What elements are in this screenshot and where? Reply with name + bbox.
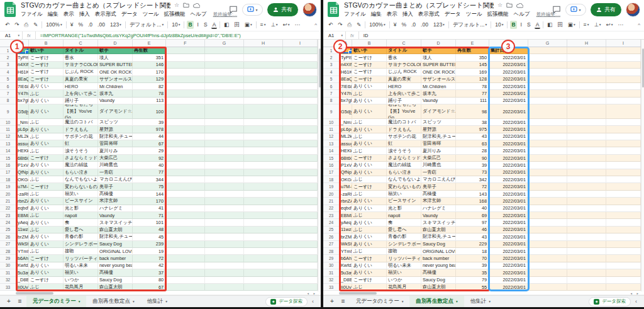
cell[interactable]: 79	[456, 277, 489, 284]
cell[interactable]	[283, 227, 318, 233]
cell[interactable]: こーすけ	[352, 255, 387, 262]
cell[interactable]: 978	[133, 126, 166, 133]
cell[interactable]	[567, 212, 606, 219]
cell[interactable]: HEKkD	[340, 147, 352, 154]
text-color-icon[interactable]: A	[535, 21, 541, 29]
cell[interactable]	[606, 62, 641, 69]
cell[interactable]: 5u3ayg	[16, 269, 29, 276]
cell[interactable]: OKGel	[340, 176, 352, 183]
cell[interactable]	[606, 140, 641, 147]
row-number[interactable]: 3	[323, 62, 340, 69]
cell[interactable]: ふじ	[352, 90, 387, 97]
cell[interactable]: rbnZA	[16, 198, 29, 205]
cell[interactable]: 星野源	[98, 126, 133, 133]
cell[interactable]	[166, 176, 205, 183]
cell[interactable]	[606, 248, 641, 255]
menu-item[interactable]: データ	[445, 11, 461, 18]
cell[interactable]	[166, 212, 205, 219]
cell[interactable]: ありくい	[29, 83, 64, 90]
cell[interactable]	[567, 83, 606, 90]
cell[interactable]	[606, 147, 641, 154]
cell[interactable]: 森山直太朗	[421, 227, 456, 233]
cell[interactable]	[205, 227, 244, 233]
row-number[interactable]: 11	[0, 126, 16, 133]
cell[interactable]	[567, 262, 606, 269]
cell[interactable]	[606, 69, 641, 76]
cell[interactable]: ありくい	[29, 140, 64, 147]
add-sheet-button[interactable]: +	[327, 298, 337, 305]
star-icon[interactable]: ☆	[497, 3, 502, 8]
cell[interactable]	[166, 62, 205, 69]
cell[interactable]: 高橋優	[98, 269, 133, 276]
cell[interactable]: 財津和夫,チューリップ	[98, 133, 133, 140]
row-number[interactable]: 5	[0, 76, 16, 83]
cell[interactable]	[606, 284, 641, 291]
cell[interactable]: Ii0UvY	[16, 284, 29, 291]
cell[interactable]: こーすけ	[352, 54, 387, 61]
cell[interactable]	[283, 62, 318, 69]
cell[interactable]	[166, 284, 205, 291]
cell[interactable]	[606, 162, 641, 169]
cell[interactable]: 2022/03/01	[489, 69, 528, 76]
cell[interactable]: YTmN	[340, 248, 352, 255]
cell[interactable]: _D8Bn	[340, 277, 352, 284]
cell[interactable]: マカロニえんぴつ	[421, 176, 456, 183]
cell[interactable]: 71	[133, 212, 166, 219]
row-number[interactable]: 10	[323, 119, 340, 126]
cell[interactable]: 77	[133, 169, 166, 176]
cell[interactable]	[606, 155, 641, 162]
cell[interactable]	[166, 169, 205, 176]
tab-menu-caret[interactable]: ▾	[133, 300, 135, 303]
cell[interactable]: 魔法のコトバ	[64, 119, 98, 126]
header-cell[interactable]: 歌手	[421, 47, 456, 54]
header-cell[interactable]: ID	[340, 47, 352, 54]
zoom-icon[interactable]: 100%▾	[368, 21, 387, 29]
cell[interactable]: 39	[456, 262, 489, 269]
cell[interactable]: 128	[456, 76, 489, 83]
cell[interactable]: 113	[133, 98, 166, 104]
cell[interactable]	[567, 104, 606, 119]
cell[interactable]	[283, 248, 318, 255]
sheet-tab-曲別再生数定点[interactable]: 曲別再生数定点▾	[86, 296, 140, 307]
account-avatar[interactable]	[626, 3, 640, 17]
cell[interactable]: ありくい	[352, 83, 387, 90]
cell[interactable]: Y47hH	[16, 90, 29, 97]
cell[interactable]: ふじ	[29, 212, 64, 219]
font-size-icon[interactable]: 10▾	[170, 21, 181, 29]
cell[interactable]: never young beach	[421, 262, 456, 269]
cell[interactable]: 高橋優	[98, 191, 133, 198]
cell[interactable]	[528, 212, 567, 219]
tab-menu-caret[interactable]: ▾	[456, 300, 458, 303]
cell[interactable]: Saucy Dog	[421, 277, 456, 284]
cell[interactable]: pL6pd	[16, 126, 29, 133]
cell[interactable]: ありくい	[352, 233, 387, 240]
cell[interactable]	[205, 205, 244, 212]
cell[interactable]	[166, 47, 205, 54]
cell[interactable]	[567, 76, 606, 83]
cell[interactable]	[205, 126, 244, 133]
cell[interactable]: WkStD	[340, 241, 352, 248]
cell[interactable]: サボテンの花	[387, 133, 421, 140]
cell[interactable]: 45	[133, 233, 166, 240]
cell[interactable]: 111	[456, 98, 489, 104]
cell[interactable]	[283, 176, 318, 183]
cell[interactable]: ありくい	[29, 98, 64, 104]
cell[interactable]: 7IE68h	[16, 83, 29, 90]
cell[interactable]: back number	[98, 255, 133, 262]
cell[interactable]: 森山直太朗	[98, 227, 133, 233]
cell[interactable]	[528, 104, 567, 119]
cell[interactable]	[567, 198, 606, 205]
comment-icon[interactable]	[229, 6, 238, 14]
collapse-panel-chevron[interactable]: ‹	[309, 298, 317, 305]
cell[interactable]: ふじ	[352, 227, 387, 233]
cell[interactable]	[567, 147, 606, 154]
select-all-corner[interactable]	[0, 40, 16, 47]
cell[interactable]	[244, 233, 283, 240]
strikethrough-icon[interactable]: S	[526, 21, 532, 29]
move-folder-icon[interactable]	[183, 3, 189, 8]
cell[interactable]: ありくい	[352, 262, 387, 269]
row-number[interactable]: 20	[0, 191, 16, 198]
cell[interactable]: 35	[456, 269, 489, 276]
cell[interactable]	[244, 119, 283, 126]
cell[interactable]: リッツパーティー	[387, 255, 421, 262]
